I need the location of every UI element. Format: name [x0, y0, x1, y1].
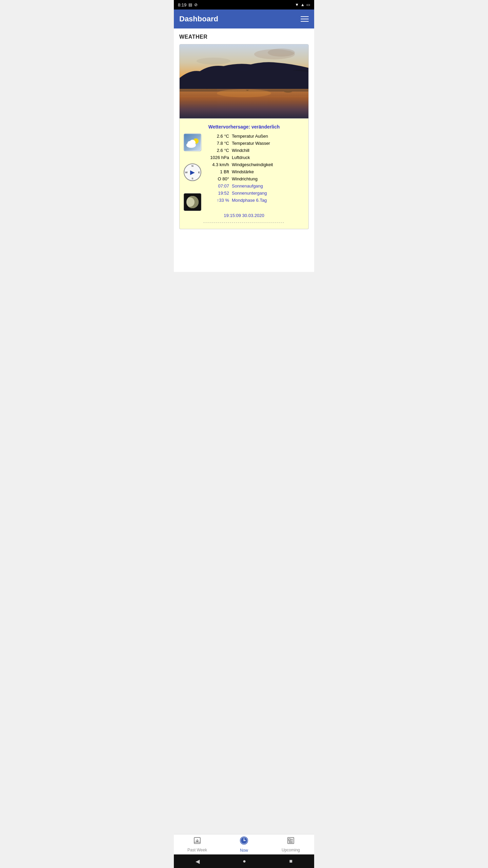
sunset-scene: [180, 44, 308, 118]
svg-point-15: [189, 140, 196, 146]
status-bar: 8:19 ▤ ⊘ ▼ ▲ ▭: [174, 0, 314, 9]
time-display: 8:19: [178, 2, 186, 7]
weather-row-moonphase: ↑33 % Mondphase 6.Tag: [205, 198, 304, 203]
forecast-title: Wettervorhersage: veränderlich: [184, 124, 304, 130]
weather-data-panel: Wettervorhersage: veränderlich: [179, 119, 309, 229]
weather-image: [179, 44, 309, 119]
weather-row-sunrise: 07:07 Sonnenaufgang: [205, 183, 304, 189]
weather-row-temp-out: 2.6 °C Temperatur Außen: [205, 134, 304, 139]
weather-row-windforce: 1 Bft Windstärke: [205, 169, 304, 174]
main-content: WEATHER: [174, 28, 314, 272]
weather-row-windspeed: 4.3 km/h Windgeschwindigkeit: [205, 162, 304, 167]
status-right: ▼ ▲ ▭: [295, 2, 310, 7]
signal-icon: ▲: [301, 2, 305, 7]
svg-point-10: [284, 91, 292, 93]
do-not-disturb-icon: ⊘: [194, 2, 198, 7]
weather-row-sunset: 19:52 Sonnenuntergang: [205, 191, 304, 196]
weather-separator: ----------------------------------------: [184, 220, 304, 225]
moon-icon: [184, 193, 201, 211]
weather-cloud-icon: [184, 134, 201, 151]
weather-row-temp-water: 7.8 °C Temperatur Wasser: [205, 141, 304, 146]
weather-row-windchill: 2.6 °C Windchill: [205, 148, 304, 153]
compass-icon: N S E W ▶: [184, 163, 201, 181]
weather-row-pressure: 1026 hPa Luftdruck: [205, 155, 304, 160]
weather-timestamp: 19:15:09 30.03.2020: [184, 213, 304, 218]
wifi-icon: ▼: [295, 2, 299, 7]
weather-data-layout: N S E W ▶ 2: [184, 134, 304, 211]
app-title: Dashboard: [179, 15, 218, 23]
svg-rect-4: [180, 92, 308, 118]
weather-section-title: WEATHER: [179, 34, 309, 40]
svg-point-3: [197, 58, 230, 64]
sim-card-icon: ▤: [188, 2, 192, 7]
status-left: 8:19 ▤ ⊘: [178, 2, 198, 7]
sunset-svg: [180, 44, 308, 118]
app-bar: Dashboard: [174, 9, 314, 28]
weather-data-col: 2.6 °C Temperatur Außen 7.8 °C Temperatu…: [205, 134, 304, 205]
hamburger-menu-button[interactable]: [301, 16, 309, 22]
svg-point-8: [217, 89, 271, 97]
weather-icons-col: N S E W ▶: [184, 134, 201, 211]
battery-icon: ▭: [306, 2, 310, 7]
svg-point-2: [268, 48, 295, 57]
weather-row-winddirection: O 80° Windrichtung: [205, 176, 304, 181]
